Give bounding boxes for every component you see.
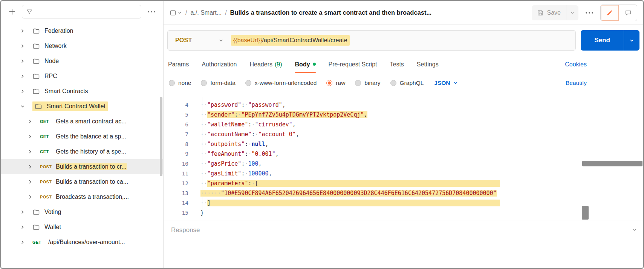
chevron-right-icon[interactable] [19, 43, 26, 49]
tab-params[interactable]: Params [168, 56, 189, 73]
sidebar-scrollbar[interactable] [160, 97, 162, 176]
chevron-right-icon[interactable] [19, 74, 26, 79]
chevron-right-icon[interactable] [19, 58, 26, 64]
sidebar-item-broadcasts-a-transaction[interactable]: POSTBroadcasts a transaction,... [1, 189, 163, 204]
tab-settings[interactable]: Settings [417, 56, 439, 73]
code-line-12[interactable]: ··"parameters":·[ [200, 178, 643, 188]
body-type-graphql[interactable]: GraphQL [390, 80, 424, 86]
line-number: 13 [164, 188, 188, 198]
tab-tests[interactable]: Tests [390, 56, 404, 73]
language-select[interactable]: JSON [434, 80, 457, 86]
sidebar-item-network[interactable]: Network [1, 38, 163, 54]
url-input[interactable]: {{baseUrl}}/api/SmartContractWallet/crea… [231, 35, 575, 46]
beautify-link[interactable]: Beautify [566, 80, 587, 86]
radio-label: GraphQL [400, 80, 424, 86]
radio-icon [390, 80, 396, 86]
chevron-right-icon[interactable] [26, 149, 34, 154]
request-more-button[interactable] [585, 12, 594, 14]
request-topbar: / a./. Smart... / Builds a transaction t… [164, 1, 643, 25]
code-line-9[interactable]: ··"feeAmount":·"0.001", [200, 149, 643, 159]
code-line-13[interactable]: ······"10#E590CF894A6F6520426964656E8400… [200, 188, 643, 198]
body-type-raw[interactable]: raw [326, 80, 345, 86]
chevron-down-icon[interactable] [19, 104, 26, 109]
cookies-link[interactable]: Cookies [565, 61, 587, 68]
save-icon [537, 9, 544, 16]
chevron-right-icon[interactable] [26, 134, 34, 139]
sidebar-item-api-balances-over-amount[interactable]: GET/api/Balances/over-amount... [1, 235, 163, 250]
body-type-x-www-form-urlencoded[interactable]: x-www-form-urlencoded [245, 80, 317, 86]
sidebar-item-wallet[interactable]: Wallet [1, 220, 163, 235]
code-line-11[interactable]: ··"gasLimit":·100000, [200, 169, 643, 178]
method-badge: GET [40, 119, 54, 124]
sidebar-search-input[interactable] [22, 5, 141, 18]
response-expand-caret[interactable] [632, 227, 637, 232]
code-line-8[interactable]: ··"outpoints":·null, [200, 139, 643, 149]
sidebar-more-button[interactable] [146, 11, 157, 13]
response-label: Response [171, 226, 200, 234]
chevron-right-icon[interactable] [26, 119, 34, 124]
chevron-right-icon[interactable] [19, 89, 26, 94]
chevron-right-icon[interactable] [26, 194, 34, 200]
tab-pre-request-script[interactable]: Pre-request Script [329, 56, 377, 73]
request-type-button[interactable] [170, 9, 182, 16]
line-number: 12 [164, 178, 188, 188]
chevron-right-icon[interactable] [19, 209, 26, 215]
comments-button[interactable] [619, 5, 637, 21]
tab-headers[interactable]: Headers(9) [250, 56, 282, 73]
sidebar-item-label: Federation [44, 28, 73, 34]
edit-button[interactable] [601, 5, 619, 21]
code-line-6[interactable]: ··"walletName":·"cirrusdev", [200, 120, 643, 129]
code-line-7[interactable]: ··"accountName":·"account 0", [200, 129, 643, 139]
chevron-right-icon[interactable] [26, 164, 34, 169]
method-select[interactable]: POST [168, 37, 231, 44]
editor-code[interactable]: ··"password":·"password",··"sender":·"PE… [196, 100, 643, 220]
editor-scrollbar-thumb[interactable] [582, 206, 589, 220]
sidebar-item-builds-a-transaction-to-cr[interactable]: POSTBuilds a transaction to cr... [1, 159, 163, 174]
save-options-caret[interactable] [566, 5, 578, 20]
sidebar-item-builds-a-transaction-to-ca[interactable]: POSTBuilds a transaction to ca... [1, 174, 163, 189]
send-button[interactable]: Send [581, 30, 639, 51]
code-line-4[interactable]: ··"password":·"password", [200, 100, 643, 110]
breadcrumb[interactable]: a./. Smart... [190, 9, 222, 16]
body-type-binary[interactable]: binary [355, 80, 380, 86]
add-new-button[interactable] [7, 6, 17, 17]
unsaved-changes-dot [313, 63, 316, 66]
sidebar-item-gets-the-history-of-a-spe[interactable]: GETGets the history of a spe... [1, 144, 163, 159]
code-line-10[interactable]: ··"gasPrice":·100, [200, 159, 643, 169]
line-number: 6 [164, 120, 188, 129]
sidebar-item-gets-the-balance-at-a-sp[interactable]: GETGets the balance at a sp... [1, 129, 163, 144]
editor-horizontal-scrollbar-thumb[interactable] [582, 161, 642, 166]
code-line-14[interactable]: ··] [200, 198, 643, 208]
body-editor[interactable]: 456789101112131415 ··"password":·"passwo… [164, 93, 643, 220]
sidebar: FederationNetworkNodeRPCSmart ContractsS… [1, 1, 164, 268]
code-line-15[interactable]: } [200, 208, 643, 218]
method-label: POST [175, 37, 192, 44]
send-options-caret[interactable] [624, 30, 639, 51]
chevron-right-icon[interactable] [26, 179, 34, 184]
code-line-5[interactable]: ··"sender":·"PEpYnf7Zv5u4pTDGmvYPT2vktpo… [200, 110, 643, 120]
chevron-down-icon [629, 38, 634, 43]
chevron-right-icon[interactable] [19, 28, 26, 34]
url-bar: POST {{baseUrl}}/api/SmartContractWallet… [167, 30, 576, 51]
sidebar-item-gets-a-smart-contract-ac[interactable]: GETGets a smart contract ac... [1, 114, 163, 129]
chevron-right-icon[interactable] [19, 224, 26, 230]
body-type-form-data[interactable]: form-data [201, 80, 235, 86]
save-button[interactable]: Save [532, 5, 566, 20]
sidebar-item-federation[interactable]: Federation [1, 23, 163, 38]
chevron-down-icon [219, 38, 223, 43]
tab-authorization[interactable]: Authorization [202, 56, 237, 73]
sidebar-item-node[interactable]: Node [1, 54, 163, 69]
body-type-none[interactable]: none [169, 80, 191, 86]
sidebar-item-rpc[interactable]: RPC [1, 69, 163, 84]
folder-icon [32, 57, 40, 65]
sidebar-item-smart-contract-wallet[interactable]: Smart Contract Wallet [1, 99, 163, 114]
chevron-right-icon[interactable] [19, 240, 26, 245]
sidebar-item-smart-contracts[interactable]: Smart Contracts [1, 84, 163, 99]
chevron-down-icon [453, 81, 458, 85]
folder-icon [32, 27, 40, 35]
tab-body[interactable]: Body [295, 56, 316, 73]
url-row: POST {{baseUrl}}/api/SmartContractWallet… [164, 25, 643, 56]
sidebar-item-label: Smart Contract Wallet [47, 103, 106, 110]
sidebar-item-voting[interactable]: Voting [1, 204, 163, 220]
method-badge: POST [40, 195, 54, 199]
